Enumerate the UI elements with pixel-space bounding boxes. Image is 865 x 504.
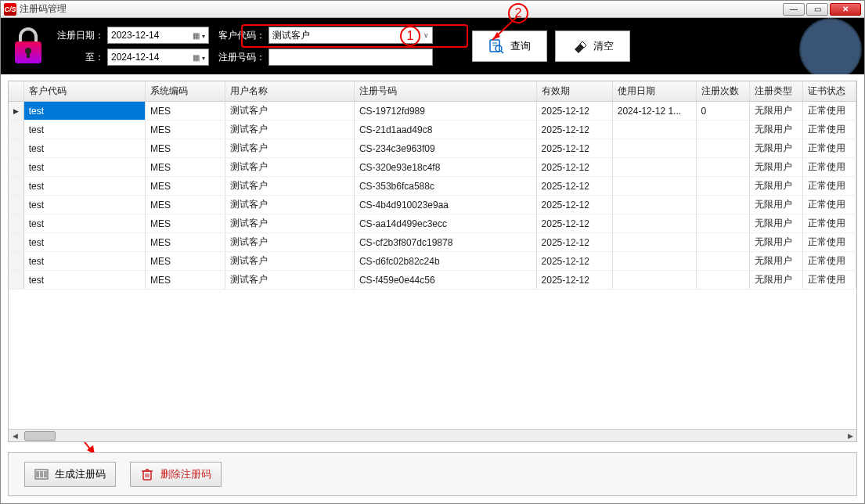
cell-reg-count — [697, 121, 750, 139]
cell-expiry: 2025-12-12 — [537, 177, 613, 195]
cell-customer-code: test — [24, 177, 146, 195]
cell-reg-type: 无限用户 — [750, 214, 803, 232]
cell-reg-count — [697, 177, 750, 195]
row-indicator-header — [9, 81, 24, 101]
reg-date-to-value: 2024-12-14 — [111, 52, 159, 63]
cell-cert-status: 正常使用 — [803, 252, 856, 270]
reg-date-to-input[interactable]: 2024-12-14 ▦ ▾ — [107, 49, 209, 66]
col-customer-code[interactable]: 客户代码 — [24, 81, 146, 101]
cell-expiry: 2025-12-12 — [537, 196, 613, 214]
cell-reg-count: 0 — [697, 102, 750, 120]
cell-system-code: MES — [146, 252, 225, 270]
cell-system-code: MES — [146, 233, 225, 251]
col-expiry[interactable]: 有效期 — [537, 81, 613, 101]
cell-reg-no: CS-234c3e963f09 — [355, 139, 537, 157]
cell-reg-type: 无限用户 — [750, 271, 803, 289]
horizontal-scrollbar[interactable]: ◀ ▶ — [9, 429, 856, 441]
col-system-code[interactable]: 系统编码 — [146, 81, 225, 101]
eraser-icon — [571, 38, 587, 54]
cell-expiry: 2025-12-12 — [537, 121, 613, 139]
grid-header: 客户代码 系统编码 用户名称 注册号码 有效期 使用日期 注册次数 注册类型 证… — [9, 81, 856, 102]
reg-no-input[interactable] — [269, 49, 433, 66]
close-button[interactable] — [830, 3, 861, 16]
filter-toolbar: 注册日期： 2023-12-14 ▦ ▾ 至： 2024-12-14 ▦ ▾ 客… — [1, 18, 864, 74]
row-indicator — [9, 139, 24, 157]
table-row[interactable]: testMES测试客户CS-cf2b3f807dc198782025-12-12… — [9, 233, 856, 252]
cell-reg-count — [697, 214, 750, 232]
row-indicator — [9, 233, 24, 251]
app-window: C/S 注册码管理 注册日期： 2023-12-14 ▦ ▾ 至： 2024 — [0, 0, 865, 504]
cell-user-name: 测试客户 — [225, 177, 355, 195]
cell-system-code: MES — [146, 121, 225, 139]
col-reg-type[interactable]: 注册类型 — [750, 81, 803, 101]
cell-used-date — [613, 252, 697, 270]
cell-reg-type: 无限用户 — [750, 252, 803, 270]
clear-button[interactable]: 清空 — [555, 31, 630, 62]
cell-user-name: 测试客户 — [225, 214, 355, 232]
col-reg-no[interactable]: 注册号码 — [355, 81, 537, 101]
maximize-button[interactable] — [806, 3, 828, 16]
svg-rect-2 — [27, 51, 30, 58]
cell-customer-code: test — [24, 214, 146, 232]
cell-reg-count — [697, 252, 750, 270]
cell-reg-type: 无限用户 — [750, 177, 803, 195]
table-row[interactable]: testMES测试客户CS-d6fc02b82c24b2025-12-12无限用… — [9, 252, 856, 271]
row-indicator — [9, 271, 24, 289]
cell-used-date — [613, 233, 697, 251]
cell-customer-code: test — [24, 196, 146, 214]
cell-reg-no: CS-f459e0e44c56 — [355, 271, 537, 289]
table-row[interactable]: ▶testMES测试客户CS-19712fd9892025-12-122024-… — [9, 102, 856, 121]
table-row[interactable]: testMES测试客户CS-353b6fca588c2025-12-12无限用户… — [9, 177, 856, 196]
barcode-icon — [34, 467, 49, 481]
reg-date-from-input[interactable]: 2023-12-14 ▦ ▾ — [107, 27, 209, 44]
col-cert-status[interactable]: 证书状态 — [803, 81, 856, 101]
minimize-button[interactable] — [783, 3, 805, 16]
scroll-thumb[interactable] — [24, 431, 56, 441]
cell-cert-status: 正常使用 — [803, 158, 856, 176]
cell-user-name: 测试客户 — [225, 233, 355, 251]
cell-reg-no: CS-21d1aad49c8 — [355, 121, 537, 139]
cell-reg-count — [697, 233, 750, 251]
generate-reg-code-button[interactable]: 生成注册码 — [24, 462, 116, 487]
chevron-down-icon: ▾ — [202, 33, 205, 40]
cell-reg-count — [697, 139, 750, 157]
lock-icon — [9, 23, 48, 70]
cell-reg-type: 无限用户 — [750, 139, 803, 157]
cell-system-code: MES — [146, 196, 225, 214]
generate-button-label: 生成注册码 — [55, 467, 106, 481]
reg-date-label: 注册日期： — [56, 29, 104, 42]
delete-button-label: 删除注册码 — [160, 467, 211, 481]
cell-cert-status: 正常使用 — [803, 196, 856, 214]
table-row[interactable]: testMES测试客户CS-234c3e963f092025-12-12无限用户… — [9, 139, 856, 158]
window-title: 注册码管理 — [20, 2, 783, 16]
grid-body[interactable]: ▶testMES测试客户CS-19712fd9892025-12-122024-… — [9, 102, 856, 429]
delete-reg-code-button[interactable]: 删除注册码 — [130, 462, 222, 487]
cell-customer-code: test — [24, 121, 146, 139]
scroll-left-arrow[interactable]: ◀ — [9, 430, 21, 441]
customer-code-select[interactable]: 测试客户 ∨ — [269, 27, 433, 44]
table-row[interactable]: testMES测试客户CS-320e93e18c4f82025-12-12无限用… — [9, 158, 856, 177]
query-button[interactable]: 查询 — [472, 31, 547, 62]
customer-code-label: 客户代码： — [217, 29, 265, 42]
trash-icon — [140, 467, 154, 481]
table-row[interactable]: testMES测试客户CS-f459e0e44c562025-12-12无限用户… — [9, 271, 856, 290]
col-user-name[interactable]: 用户名称 — [225, 81, 355, 101]
reg-date-from-value: 2023-12-14 — [111, 30, 159, 41]
row-indicator — [9, 196, 24, 214]
table-row[interactable]: testMES测试客户CS-4b4d910023e9aa2025-12-12无限… — [9, 196, 856, 214]
cell-system-code: MES — [146, 139, 225, 157]
table-row[interactable]: testMES测试客户CS-aa14d499ec3ecc2025-12-12无限… — [9, 214, 856, 233]
cell-used-date — [613, 271, 697, 289]
col-reg-count[interactable]: 注册次数 — [697, 81, 750, 101]
calendar-icon: ▦ — [193, 53, 200, 62]
col-used-date[interactable]: 使用日期 — [613, 81, 697, 101]
table-row[interactable]: testMES测试客户CS-21d1aad49c82025-12-12无限用户正… — [9, 121, 856, 139]
cell-used-date — [613, 214, 697, 232]
cell-cert-status: 正常使用 — [803, 233, 856, 251]
cell-used-date — [613, 177, 697, 195]
scroll-right-arrow[interactable]: ▶ — [844, 430, 856, 441]
to-label: 至： — [56, 51, 104, 64]
cell-used-date — [613, 121, 697, 139]
cell-reg-type: 无限用户 — [750, 102, 803, 120]
cell-cert-status: 正常使用 — [803, 177, 856, 195]
